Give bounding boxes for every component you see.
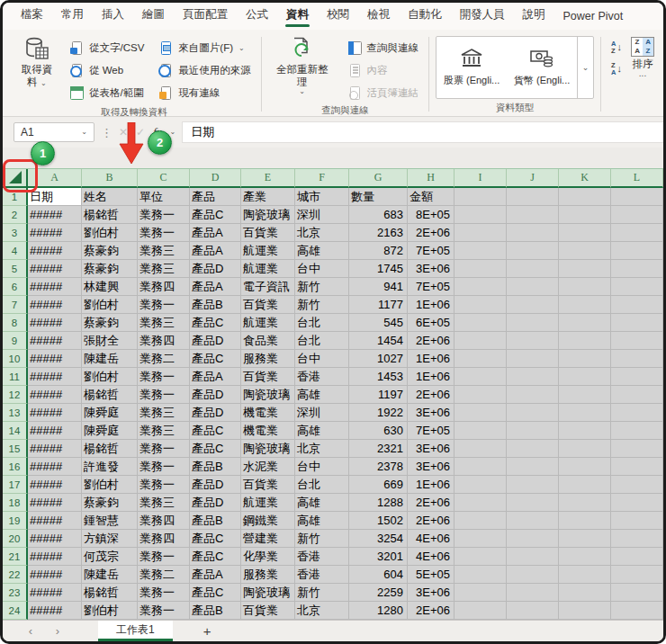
cell-J17[interactable]	[507, 476, 559, 494]
cell-B13[interactable]: 陳舜庭	[82, 404, 138, 422]
cell-D14[interactable]: 產品C	[190, 422, 241, 440]
row-header-6[interactable]: 6	[3, 278, 28, 296]
cell-D6[interactable]: 產品A	[190, 278, 241, 296]
cell-G5[interactable]: 1745	[349, 260, 408, 278]
cell-K12[interactable]	[559, 386, 611, 404]
cell-J15[interactable]	[507, 440, 559, 458]
cell-H20[interactable]: 4E+06	[408, 530, 454, 548]
cell-G8[interactable]: 545	[349, 314, 408, 332]
row-header-12[interactable]: 12	[3, 386, 28, 404]
refresh-all-button[interactable]: 全部重新整理 ⌄	[268, 35, 337, 97]
row-header-22[interactable]: 22	[3, 566, 28, 584]
cell-D18[interactable]: 產品D	[190, 494, 241, 512]
menu-tab-檢視[interactable]: 檢視	[358, 4, 399, 28]
cell-F7[interactable]: 新竹	[295, 296, 349, 314]
cell-L17[interactable]	[611, 476, 663, 494]
cell-D23[interactable]: 產品C	[190, 584, 241, 602]
cell-J11[interactable]	[507, 368, 559, 386]
cell-B14[interactable]: 陳舜庭	[82, 422, 138, 440]
cell-F23[interactable]: 新竹	[295, 584, 349, 602]
cell-J20[interactable]	[507, 530, 559, 548]
cell-C17[interactable]: 業務一	[138, 476, 190, 494]
column-header-E[interactable]: E	[241, 169, 295, 188]
cell-H24[interactable]: 2E+06	[408, 602, 454, 620]
cell-I13[interactable]	[454, 404, 507, 422]
get-data-button[interactable]: 取得資料 ⌄	[14, 35, 60, 90]
cell-J18[interactable]	[507, 494, 559, 512]
cell-J19[interactable]	[507, 512, 559, 530]
cell-G6[interactable]: 941	[349, 278, 408, 296]
cell-J10[interactable]	[507, 350, 559, 368]
row-header-7[interactable]: 7	[3, 296, 28, 314]
cell-A5[interactable]: #####	[28, 260, 82, 278]
cell-K5[interactable]	[559, 260, 611, 278]
cell-E24[interactable]: 百貨業	[241, 602, 295, 620]
menu-tab-Power Pivot[interactable]: Power Pivot	[554, 6, 633, 28]
cell-D15[interactable]: 產品C	[190, 440, 241, 458]
cell-G18[interactable]: 1288	[349, 494, 408, 512]
cell-B22[interactable]: 陳建岳	[82, 566, 138, 584]
cell-B21[interactable]: 何茂宗	[82, 548, 138, 566]
cell-C4[interactable]: 業務三	[138, 242, 190, 260]
cell-I22[interactable]	[454, 566, 507, 584]
cell-H1[interactable]: 金額	[408, 188, 454, 206]
cell-F21[interactable]: 香港	[295, 548, 349, 566]
cell-I14[interactable]	[454, 422, 507, 440]
cell-I11[interactable]	[454, 368, 507, 386]
cell-K7[interactable]	[559, 296, 611, 314]
cell-K15[interactable]	[559, 440, 611, 458]
cell-C14[interactable]: 業務三	[138, 422, 190, 440]
cell-L5[interactable]	[611, 260, 663, 278]
cell-C16[interactable]: 業務一	[138, 458, 190, 476]
cell-J13[interactable]	[507, 404, 559, 422]
cell-I5[interactable]	[454, 260, 507, 278]
cell-G9[interactable]: 1454	[349, 332, 408, 350]
cell-K8[interactable]	[559, 314, 611, 332]
cell-I17[interactable]	[454, 476, 507, 494]
cell-A16[interactable]: #####	[28, 458, 82, 476]
cell-H17[interactable]: 1E+06	[408, 476, 454, 494]
cell-F16[interactable]: 台中	[295, 458, 349, 476]
cell-F14[interactable]: 高雄	[295, 422, 349, 440]
cell-H8[interactable]: 6E+05	[408, 314, 454, 332]
menu-tab-校閱[interactable]: 校閱	[318, 4, 358, 28]
ribbon-item-picture[interactable]: 來自圖片(F)⌄	[155, 38, 255, 58]
cell-J14[interactable]	[507, 422, 559, 440]
cell-D24[interactable]: 產品B	[190, 602, 241, 620]
cell-H12[interactable]: 2E+06	[408, 386, 454, 404]
cell-C15[interactable]: 業務一	[138, 440, 190, 458]
cell-B1[interactable]: 姓名	[82, 188, 138, 206]
cell-G13[interactable]: 1922	[349, 404, 408, 422]
cell-A14[interactable]: #####	[28, 422, 82, 440]
cell-A21[interactable]: #####	[28, 548, 82, 566]
cell-A4[interactable]: #####	[28, 242, 82, 260]
cell-F13[interactable]: 深圳	[295, 404, 349, 422]
cell-E21[interactable]: 化學業	[241, 548, 295, 566]
cell-B10[interactable]: 陳建岳	[82, 350, 138, 368]
cell-A18[interactable]: #####	[28, 494, 82, 512]
cell-G15[interactable]: 2321	[349, 440, 408, 458]
row-header-18[interactable]: 18	[3, 494, 28, 512]
cell-D22[interactable]: 產品A	[190, 566, 241, 584]
menu-tab-公式[interactable]: 公式	[237, 4, 277, 28]
cell-L10[interactable]	[611, 350, 663, 368]
cell-J7[interactable]	[507, 296, 559, 314]
cell-K16[interactable]	[559, 458, 611, 476]
cell-L3[interactable]	[611, 224, 663, 242]
column-header-I[interactable]: I	[454, 169, 507, 188]
cell-J5[interactable]	[507, 260, 559, 278]
row-header-17[interactable]: 17	[3, 476, 28, 494]
row-header-20[interactable]: 20	[3, 530, 28, 548]
cell-B23[interactable]: 楊銘哲	[82, 584, 138, 602]
ribbon-item-doc-web[interactable]: 從 Web	[66, 60, 148, 81]
cell-C23[interactable]: 業務一	[138, 584, 190, 602]
cell-C6[interactable]: 業務四	[138, 278, 190, 296]
cell-A24[interactable]: #####	[28, 602, 82, 620]
cell-G12[interactable]: 1197	[349, 386, 408, 404]
cell-B16[interactable]: 許進發	[82, 458, 138, 476]
menu-tab-開發人員[interactable]: 開發人員	[451, 4, 514, 28]
cell-K19[interactable]	[559, 512, 611, 530]
cell-I23[interactable]	[454, 584, 507, 602]
column-header-K[interactable]: K	[559, 169, 611, 188]
cell-L11[interactable]	[611, 368, 663, 386]
